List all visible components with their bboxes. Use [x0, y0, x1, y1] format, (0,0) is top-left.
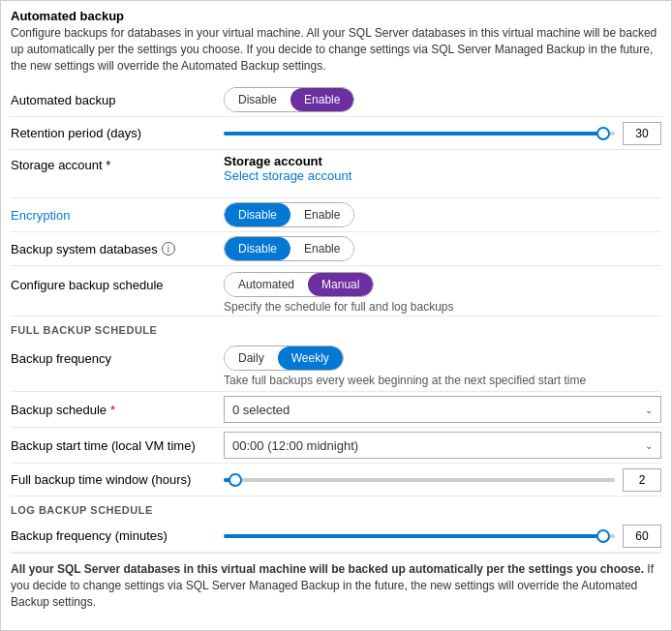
storage-account-label: Storage account — [11, 158, 103, 172]
full-backup-time-window-thumb[interactable] — [229, 473, 242, 487]
configure-backup-schedule-label: Configure backup schedule — [11, 278, 164, 292]
retention-period-value: 30 — [623, 122, 661, 145]
backup-frequency-label: Backup frequency — [11, 351, 111, 366]
backup-frequency-weekly-btn[interactable]: Weekly — [278, 346, 343, 370]
page-description: Configure backups for databases in your … — [11, 25, 661, 74]
backup-system-db-toggle[interactable]: Disable Enable — [224, 236, 354, 261]
backup-system-db-info-icon[interactable]: i — [162, 242, 175, 255]
backup-frequency-info: Take full backups every week beginning a… — [224, 372, 586, 391]
configure-backup-automated-btn[interactable]: Automated — [225, 273, 308, 296]
backup-frequency-daily-btn[interactable]: Daily — [225, 346, 278, 370]
backup-frequency-minutes-slider-row: 60 — [224, 525, 661, 548]
encryption-disable-btn[interactable]: Disable — [225, 203, 290, 226]
full-backup-time-window-track[interactable] — [224, 478, 615, 482]
retention-period-fill — [224, 132, 603, 135]
page-title: Automated backup — [11, 9, 661, 23]
automated-backup-enable-btn[interactable]: Enable — [290, 88, 353, 111]
backup-schedule-dropdown[interactable]: 0 selected ⌄ — [224, 396, 661, 423]
backup-frequency-minutes-track[interactable] — [224, 534, 615, 538]
backup-frequency-minutes-fill — [224, 534, 603, 538]
retention-period-track[interactable] — [224, 132, 615, 135]
footer-text: All your SQL Server databases in this vi… — [11, 553, 661, 614]
encryption-toggle[interactable]: Disable Enable — [224, 202, 354, 227]
retention-period-slider-row: 30 — [224, 122, 661, 145]
select-storage-account-link[interactable]: Select storage account — [224, 168, 351, 183]
configure-backup-schedule-info: Specify the schedule for full and log ba… — [224, 298, 453, 317]
full-backup-time-window-value: 2 — [623, 468, 661, 492]
backup-start-time-chevron-icon: ⌄ — [645, 440, 653, 451]
backup-start-time-dropdown[interactable]: 00:00 (12:00 midnight) ⌄ — [224, 432, 661, 459]
backup-frequency-minutes-value: 60 — [623, 525, 661, 548]
backup-schedule-value: 0 selected — [232, 403, 290, 417]
storage-account-required: * — [106, 158, 110, 172]
backup-system-db-disable-btn[interactable]: Disable — [225, 237, 290, 260]
automated-backup-label: Automated backup — [11, 93, 115, 107]
backup-frequency-minutes-label: Backup frequency (minutes) — [11, 528, 168, 543]
backup-start-time-value: 00:00 (12:00 midnight) — [232, 438, 358, 453]
backup-schedule-required: * — [110, 403, 115, 417]
configure-backup-schedule-toggle[interactable]: Automated Manual — [224, 272, 374, 297]
full-backup-time-window-label: Full backup time window (hours) — [11, 472, 191, 487]
automated-backup-toggle[interactable]: Disable Enable — [224, 87, 354, 112]
encryption-enable-btn[interactable]: Enable — [290, 203, 353, 226]
backup-schedule-label: Backup schedule — [11, 403, 107, 417]
backup-system-db-label: Backup system databases — [11, 242, 158, 256]
retention-period-label: Retention period (days) — [11, 126, 141, 140]
configure-backup-manual-btn[interactable]: Manual — [308, 273, 373, 296]
retention-period-thumb[interactable] — [596, 127, 610, 140]
backup-schedule-chevron-icon: ⌄ — [645, 405, 653, 415]
footer-bold: All your SQL Server databases in this vi… — [11, 562, 644, 576]
backup-frequency-toggle[interactable]: Daily Weekly — [224, 346, 344, 371]
backup-frequency-minutes-thumb[interactable] — [596, 529, 610, 543]
backup-system-db-enable-btn[interactable]: Enable — [290, 237, 353, 260]
log-backup-section-header: LOG BACKUP SCHEDULE — [11, 496, 661, 520]
storage-account-section: Storage account Select storage account — [224, 154, 661, 194]
encryption-label[interactable]: Encryption — [11, 208, 70, 223]
automated-backup-disable-btn[interactable]: Disable — [225, 88, 290, 111]
full-backup-section-header: FULL BACKUP SCHEDULE — [11, 316, 661, 340]
storage-account-heading: Storage account — [224, 154, 661, 168]
full-backup-time-window-slider-row: 2 — [224, 468, 661, 492]
backup-start-time-label: Backup start time (local VM time) — [11, 438, 196, 453]
